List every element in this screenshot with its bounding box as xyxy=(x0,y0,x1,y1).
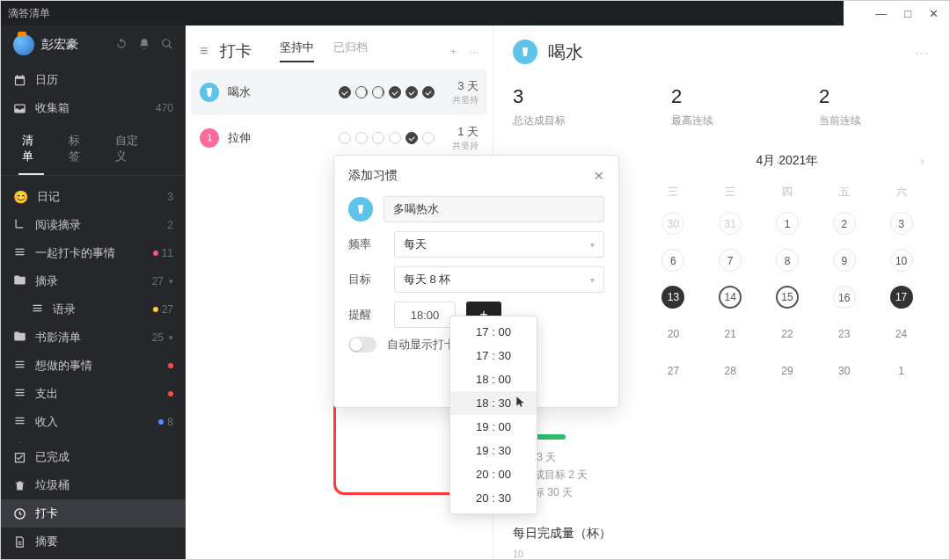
tab-lists[interactable]: 清单 xyxy=(18,126,44,175)
calendar-day[interactable]: 15 xyxy=(759,279,816,316)
calendar-day[interactable]: 31 xyxy=(702,205,759,242)
check-icon[interactable] xyxy=(422,132,435,144)
check-icon[interactable] xyxy=(406,132,418,144)
calendar-day[interactable]: 1 xyxy=(873,353,930,389)
calendar-day[interactable]: 22 xyxy=(759,316,816,353)
profile[interactable]: 彭宏豪 xyxy=(1,25,186,66)
calendar-day[interactable]: 7 xyxy=(702,242,759,279)
time-option[interactable]: 17 : 30 xyxy=(450,344,537,367)
check-icon[interactable] xyxy=(339,86,351,98)
calendar-day[interactable]: 9 xyxy=(815,242,873,279)
tab-custom[interactable]: 自定义 xyxy=(112,126,147,175)
time-option[interactable]: 18 : 30 xyxy=(450,391,537,415)
more-icon[interactable]: ··· xyxy=(469,45,479,58)
calendar-day[interactable]: 23 xyxy=(815,316,873,353)
check-icon[interactable] xyxy=(406,86,418,98)
sidebar-item-收入[interactable]: 收入 8 xyxy=(1,408,186,436)
sidebar-item-日记[interactable]: 😊日记 3 xyxy=(1,183,186,211)
sidebar-item-label: 收入 xyxy=(35,414,58,430)
goal-line: 续完成目标 2 天 xyxy=(513,466,930,484)
calendar-day[interactable]: 13 xyxy=(645,279,702,316)
sidebar-item-calendar[interactable]: 日历 xyxy=(1,66,186,94)
tab-ongoing[interactable]: 坚持中 xyxy=(280,40,314,62)
calendar-day[interactable]: 1 xyxy=(759,205,816,242)
check-icon[interactable] xyxy=(372,86,384,98)
time-option[interactable]: 19 : 00 xyxy=(450,415,537,439)
time-options-dropdown: 17 : 0017 : 3018 : 0018 : 3019 : 0019 : … xyxy=(449,316,537,514)
calendar-day[interactable]: 3 xyxy=(873,205,930,242)
habit-name-input[interactable]: 多喝热水 xyxy=(384,196,604,222)
auto-show-toggle[interactable] xyxy=(348,337,376,353)
calendar-day[interactable]: 29 xyxy=(759,353,816,389)
time-option[interactable]: 18 : 00 xyxy=(450,367,537,391)
sidebar-item-打卡[interactable]: 打卡 xyxy=(1,499,186,527)
sidebar-item-label: 摘要 xyxy=(35,534,58,549)
sidebar-item-阅读摘录[interactable]: 阅读摘录 2 xyxy=(1,211,186,239)
check-icon[interactable] xyxy=(355,86,368,98)
check-icon[interactable] xyxy=(422,86,435,98)
minimize-icon[interactable]: — xyxy=(875,7,887,20)
sync-icon[interactable] xyxy=(115,38,128,53)
sidebar-item-垃圾桶[interactable]: 垃圾桶 xyxy=(1,471,186,499)
habit-name: 拉伸 xyxy=(228,130,251,146)
calendar-day[interactable]: 21 xyxy=(702,316,759,353)
calendar-day[interactable]: 10 xyxy=(873,242,930,279)
frequency-select[interactable]: 每天▾ xyxy=(394,231,604,258)
sidebar-item-想做的事情[interactable]: 想做的事情 xyxy=(1,352,186,380)
close-icon[interactable]: ✕ xyxy=(929,7,939,20)
sidebar-item-添加清单[interactable]: 添加清单 xyxy=(1,436,186,443)
sidebar-item-已完成[interactable]: 已完成 xyxy=(1,443,186,471)
calendar-day[interactable]: 8 xyxy=(759,242,816,279)
tab-archived[interactable]: 已归档 xyxy=(333,40,368,62)
sidebar-item-inbox[interactable]: 收集箱 470 xyxy=(1,94,186,122)
sidebar-item-书影清单[interactable]: 书影清单 25▾ xyxy=(1,324,186,352)
calendar-day[interactable]: 20 xyxy=(645,316,702,353)
calendar-day[interactable]: 2 xyxy=(815,205,873,242)
count-badge: 25▾ xyxy=(152,331,173,344)
sidebar-item-支出[interactable]: 支出 xyxy=(1,380,186,408)
time-option[interactable]: 19 : 30 xyxy=(450,439,537,462)
calendar-day[interactable]: 30 xyxy=(645,205,702,242)
calendar-day[interactable]: 16 xyxy=(815,279,873,316)
more-icon[interactable]: ··· xyxy=(915,46,930,59)
add-habit-icon[interactable]: + xyxy=(450,45,457,58)
maximize-icon[interactable]: □ xyxy=(904,7,911,20)
sidebar-item-语录[interactable]: 语录 27 xyxy=(1,295,186,324)
count-badge: 8 xyxy=(158,416,173,428)
calendar-day[interactable]: 14 xyxy=(702,279,759,316)
check-icon[interactable] xyxy=(355,132,368,144)
titlebar: 滴答清单 xyxy=(1,1,949,25)
calendar-day[interactable]: 17 xyxy=(873,279,930,316)
field-label: 提醒 xyxy=(348,307,384,323)
goal-select[interactable]: 每天 8 杯▾ xyxy=(394,266,604,293)
time-option[interactable]: 17 : 00 xyxy=(450,320,537,344)
calendar-day[interactable]: 28 xyxy=(702,353,759,389)
calendar-day[interactable]: 27 xyxy=(645,353,702,389)
prev-month-icon[interactable]: ‹ xyxy=(777,154,781,168)
habit-row[interactable]: 喝水 3 天共坚持 xyxy=(191,69,487,115)
svg-point-2 xyxy=(208,135,210,136)
sidebar-item-摘要[interactable]: 摘要 xyxy=(1,527,186,556)
bell-icon[interactable] xyxy=(138,38,150,53)
sidebar-item-一起打卡的事情[interactable]: 一起打卡的事情 11 xyxy=(1,239,186,267)
stat-label: 最高连续 xyxy=(671,113,713,128)
toggle-label: 自动显示打卡 xyxy=(387,337,456,353)
close-icon[interactable]: ✕ xyxy=(594,169,604,183)
check-icon[interactable] xyxy=(389,132,401,144)
time-option[interactable]: 20 : 30 xyxy=(450,486,537,510)
sidebar-item-摘录[interactable]: 摘录 27▾ xyxy=(1,267,186,295)
calendar-day[interactable]: 24 xyxy=(873,316,930,353)
reminder-time-input[interactable]: 18:00 xyxy=(394,302,456,328)
check-icon[interactable] xyxy=(339,132,351,144)
tab-tags[interactable]: 标签 xyxy=(65,126,91,175)
calendar-day[interactable]: 6 xyxy=(645,242,702,279)
time-option[interactable]: 20 : 00 xyxy=(450,462,537,486)
check-icon[interactable] xyxy=(372,132,384,144)
hamburger-icon[interactable]: ≡ xyxy=(200,43,208,59)
search-icon[interactable] xyxy=(161,38,173,53)
check-icon[interactable] xyxy=(389,86,401,98)
next-month-icon[interactable]: › xyxy=(920,154,924,168)
water-icon[interactable] xyxy=(348,197,373,222)
calendar-day[interactable]: 30 xyxy=(815,353,873,389)
sidebar-item-label: 已完成 xyxy=(35,449,69,465)
